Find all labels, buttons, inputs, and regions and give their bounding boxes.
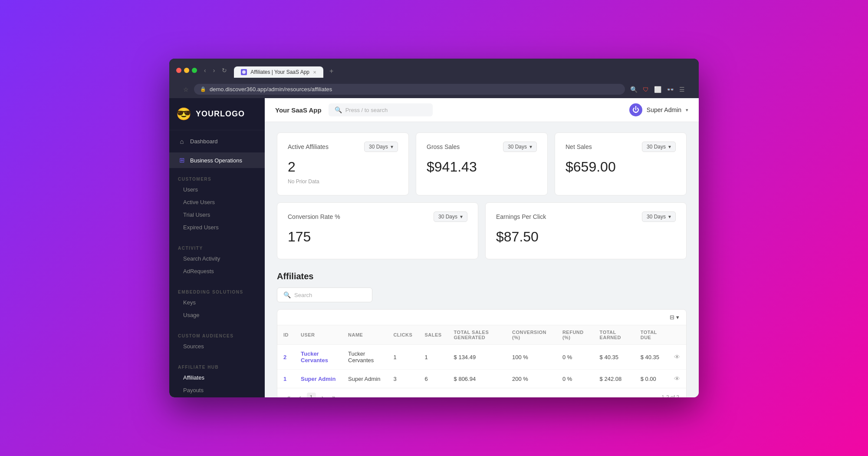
- tab-close-button[interactable]: ✕: [313, 70, 316, 75]
- sidebar-item-dashboard[interactable]: ⌂ Dashboard: [169, 134, 265, 149]
- shield-icon: 🛡: [643, 86, 649, 93]
- stat-dropdown-4[interactable]: 30 Days ▾: [434, 211, 467, 222]
- search-bar[interactable]: 🔍 Press / to search: [329, 103, 433, 116]
- stat-dropdown-1[interactable]: 30 Days ▾: [364, 142, 398, 152]
- row2-total-earned: $ 242.08: [594, 370, 635, 388]
- row2-id: 1: [277, 370, 295, 388]
- sidebar-toggle-icon[interactable]: ⬜: [654, 86, 661, 93]
- affiliates-search-bar[interactable]: 🔍 Search: [277, 287, 372, 302]
- row1-name: Tucker Cervantes: [342, 345, 387, 370]
- business-operations-label: Business Operations: [190, 157, 242, 164]
- user-menu[interactable]: ⏻ Super Admin ▾: [629, 103, 688, 116]
- sidebar-item-payouts[interactable]: Payouts: [169, 384, 265, 397]
- stat-title-1: Active Affiliates: [288, 143, 329, 150]
- pagination-info: 1-2 of 2: [661, 394, 679, 398]
- col-clicks: CLICKS: [387, 325, 418, 345]
- stats-grid-bottom: Conversion Rate % 30 Days ▾ 175 Earnings…: [277, 202, 687, 259]
- menu-icon[interactable]: ☰: [679, 86, 685, 93]
- row2-clicks: 3: [387, 370, 418, 388]
- col-actions: [668, 325, 686, 345]
- stat-title-3: Net Sales: [566, 143, 592, 150]
- sidebar-item-sources[interactable]: Sources: [169, 340, 265, 353]
- page-last-button[interactable]: »: [329, 393, 338, 397]
- logo-area: 😎 YOURLOGO: [169, 98, 265, 130]
- logo-text: YOURLOGO: [196, 109, 245, 119]
- page-prev-button[interactable]: ‹: [296, 393, 304, 397]
- dropdown-chevron-2: ▾: [529, 144, 532, 150]
- browser-controls: ‹ › ↻ Affiliates | Your SaaS App ✕ +: [176, 63, 692, 78]
- reload-button[interactable]: ↻: [220, 66, 229, 75]
- col-id: ID: [277, 325, 295, 345]
- row1-id: 2: [277, 345, 295, 370]
- sidebar-item-users[interactable]: Users: [169, 183, 265, 196]
- row2-user: Super Admin: [295, 370, 342, 388]
- page-first-button[interactable]: «: [284, 393, 293, 397]
- stat-value-4: 175: [288, 229, 467, 245]
- stat-dropdown-5[interactable]: 30 Days ▾: [642, 211, 676, 222]
- search-icon[interactable]: 🔍: [630, 86, 638, 93]
- table-body: 2 Tucker Cervantes Tucker Cervantes 1 1 …: [277, 345, 686, 388]
- filter-chevron: ▾: [676, 314, 679, 321]
- row2-refund: 0 %: [556, 370, 594, 388]
- active-tab[interactable]: Affiliates | Your SaaS App ✕: [234, 66, 323, 78]
- pagination: « ‹ 1 › »: [284, 393, 338, 397]
- col-refund: REFUND (%): [556, 325, 594, 345]
- minimize-button[interactable]: [184, 68, 189, 73]
- dropdown-chevron-5: ▾: [668, 214, 671, 220]
- bookmark-icon[interactable]: ☆: [183, 86, 189, 93]
- browser-nav: ‹ › ↻: [202, 66, 229, 75]
- tab-title: Affiliates | Your SaaS App: [250, 69, 309, 75]
- stat-dropdown-3[interactable]: 30 Days ▾: [642, 142, 676, 152]
- page-current[interactable]: 1: [307, 393, 316, 397]
- sidebar-item-trial-users[interactable]: Trial Users: [169, 208, 265, 221]
- row2-sales: 6: [418, 370, 447, 388]
- stat-card-header-3: Net Sales 30 Days ▾: [566, 142, 676, 152]
- browser-chrome: ‹ › ↻ Affiliates | Your SaaS App ✕ + ☆ 🔒…: [169, 59, 699, 98]
- row2-action: 👁: [668, 370, 686, 388]
- close-button[interactable]: [176, 68, 181, 73]
- forward-button[interactable]: ›: [211, 66, 217, 75]
- sidebar-item-usage[interactable]: Usage: [169, 309, 265, 321]
- stat-card-header-1: Active Affiliates 30 Days ▾: [288, 142, 398, 152]
- table-header: ID USER NAME CLICKS SALES TOTAL SALES GE…: [277, 325, 686, 345]
- stat-value-2: $941.43: [427, 159, 537, 175]
- user-avatar: ⏻: [629, 103, 642, 116]
- sidebar-item-business-operations[interactable]: ⊞ Business Operations: [169, 152, 265, 168]
- sidebar-item-search-activity[interactable]: Search Activity: [169, 252, 265, 265]
- dropdown-chevron-1: ▾: [391, 144, 393, 150]
- back-button[interactable]: ‹: [202, 66, 208, 75]
- stat-card-conversion-rate: Conversion Rate % 30 Days ▾ 175: [277, 202, 478, 259]
- sidebar-item-label-dashboard: Dashboard: [190, 138, 218, 145]
- address-input[interactable]: 🔒 demo.discover360.app/admin/resources/a…: [194, 84, 625, 95]
- sidebar-item-active-users[interactable]: Active Users: [169, 196, 265, 208]
- table-footer: « ‹ 1 › » 1-2 of 2: [277, 388, 686, 397]
- stat-dropdown-2[interactable]: 30 Days ▾: [503, 142, 537, 152]
- sidebar-item-affiliates[interactable]: Affiliates: [169, 371, 265, 384]
- page-content: Active Affiliates 30 Days ▾ 2 No Prior D…: [265, 122, 699, 397]
- app-name: Your SaaS App: [275, 106, 322, 114]
- stat-card-net-sales: Net Sales 30 Days ▾ $659.00: [555, 132, 687, 195]
- url-display: demo.discover360.app/admin/resources/aff…: [210, 86, 332, 93]
- row1-refund: 0 %: [556, 345, 594, 370]
- view-row1-button[interactable]: 👁: [674, 354, 680, 360]
- col-total-sales: TOTAL SALES GENERATED: [448, 325, 506, 345]
- row1-sales: 1: [418, 345, 447, 370]
- view-row2-button[interactable]: 👁: [674, 375, 680, 382]
- row1-action: 👁: [668, 345, 686, 370]
- sidebar-item-adrequests[interactable]: AdRequests: [169, 265, 265, 278]
- customers-section-label: CUSTOMERS: [169, 172, 265, 183]
- stat-card-header-4: Conversion Rate % 30 Days ▾: [288, 211, 467, 222]
- extension-icon[interactable]: 👓: [667, 86, 674, 93]
- new-tab-button[interactable]: +: [325, 65, 338, 78]
- sidebar: 😎 YOURLOGO ⌂ Dashboard ⊞ Business Operat…: [169, 98, 265, 397]
- filter-button[interactable]: ⊟ ▾: [670, 314, 679, 321]
- stat-value-1: 2: [288, 159, 398, 175]
- sidebar-item-expired-users[interactable]: Expired Users: [169, 221, 265, 234]
- page-next-button[interactable]: ›: [319, 393, 326, 397]
- row1-clicks: 1: [387, 345, 418, 370]
- maximize-button[interactable]: [192, 68, 197, 73]
- sidebar-item-activity[interactable]: Activity: [169, 397, 265, 397]
- col-total-due: TOTAL DUE: [635, 325, 668, 345]
- sidebar-item-keys[interactable]: Keys: [169, 296, 265, 309]
- main-content: Your SaaS App 🔍 Press / to search ⏻ Supe…: [265, 98, 699, 397]
